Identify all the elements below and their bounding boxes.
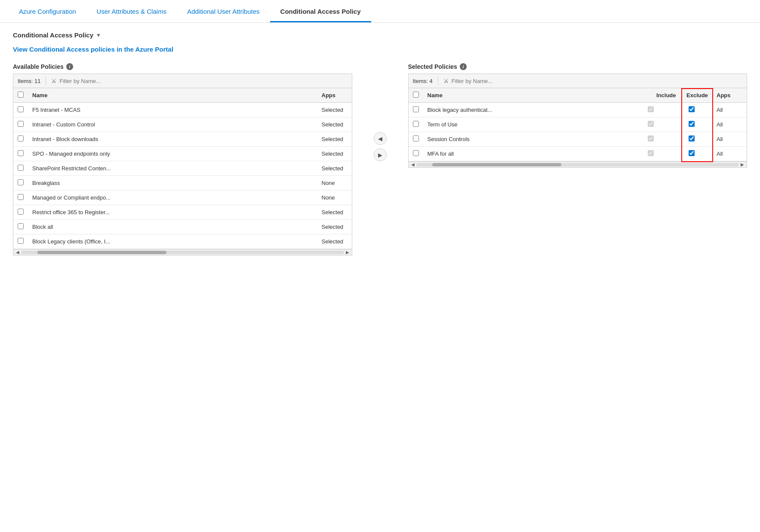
- selected-row-name: MFA for all: [423, 147, 630, 161]
- selected-row-exclude: [671, 117, 712, 132]
- available-policies-tbody: F5 Intranet - MCAS Selected Intranet - C…: [13, 103, 352, 249]
- available-items-count: Items: 11: [18, 78, 40, 84]
- available-row-apps: Selected: [317, 220, 352, 234]
- nav-user-attributes[interactable]: User Attributes & Claims: [86, 0, 177, 22]
- available-row-apps: Selected: [317, 103, 352, 117]
- selected-row-exclude: [671, 132, 712, 147]
- selected-th-select-all: [409, 88, 423, 103]
- selected-row-include-checkbox[interactable]: [648, 150, 654, 156]
- selected-scroll-right-icon[interactable]: ▶: [739, 162, 746, 168]
- selected-row-checkbox[interactable]: [413, 121, 419, 127]
- selected-table-row: Session Controls All: [409, 132, 747, 147]
- selected-row-exclude: [671, 147, 712, 161]
- selected-row-include-checkbox[interactable]: [648, 121, 654, 127]
- selected-items-count: Items: 4: [413, 78, 433, 84]
- selected-row-exclude-checkbox[interactable]: [689, 150, 695, 156]
- available-filter-wrap: ⚔: [51, 77, 347, 84]
- available-select-all-checkbox[interactable]: [18, 92, 24, 98]
- transfer-right-button[interactable]: ▶: [374, 148, 387, 161]
- selected-policies-info-icon[interactable]: i: [460, 63, 467, 70]
- available-row-checkbox-cell: [13, 220, 28, 234]
- selected-table-row: MFA for all All: [409, 147, 747, 161]
- available-scroll-left-icon[interactable]: ◀: [14, 249, 21, 255]
- selected-row-include: [630, 103, 671, 117]
- transfer-left-button[interactable]: ◀: [374, 132, 387, 145]
- available-row-checkbox-cell: [13, 103, 28, 117]
- available-table-row: Intranet - Custom Control Selected: [13, 117, 352, 132]
- available-row-checkbox[interactable]: [18, 223, 24, 229]
- selected-policies-toolbar: Items: 4 ⚔: [409, 74, 747, 88]
- available-row-apps: None: [317, 176, 352, 191]
- nav-additional-user-attributes[interactable]: Additional User Attributes: [177, 0, 270, 22]
- selected-row-include-checkbox[interactable]: [648, 106, 654, 112]
- available-row-checkbox-cell: [13, 147, 28, 161]
- selected-row-apps: All: [712, 132, 747, 147]
- nav-azure-config[interactable]: Azure Configuration: [9, 0, 86, 22]
- available-row-checkbox[interactable]: [18, 150, 24, 156]
- available-row-checkbox[interactable]: [18, 194, 24, 200]
- available-th-apps: Apps: [317, 88, 352, 103]
- selected-row-checkbox[interactable]: [413, 150, 419, 156]
- available-table-row: Block all Selected: [13, 220, 352, 234]
- available-row-name: Block all: [28, 220, 317, 234]
- available-row-name: Managed or Compliant endpo...: [28, 191, 317, 205]
- selected-row-apps: All: [712, 147, 747, 161]
- available-table-row: Managed or Compliant endpo... None: [13, 191, 352, 205]
- available-table-row: Intranet - Block downloads Selected: [13, 132, 352, 147]
- panels-container: Available Policies i Items: 11 ⚔: [13, 63, 747, 255]
- available-table-header-row: Name Apps: [13, 88, 352, 103]
- available-row-name: F5 Intranet - MCAS: [28, 103, 317, 117]
- selected-row-exclude-checkbox[interactable]: [689, 121, 695, 127]
- selected-row-include: [630, 117, 671, 132]
- azure-portal-link[interactable]: View Conditional Access policies in the …: [13, 46, 173, 53]
- selected-table-row: Block legacy authenticat... All: [409, 103, 747, 117]
- selected-row-apps: All: [712, 117, 747, 132]
- top-navigation: Azure Configuration User Attributes & Cl…: [0, 0, 760, 23]
- page-content: Conditional Access Policy ▼ View Conditi…: [0, 23, 760, 264]
- nav-conditional-access-policy[interactable]: Conditional Access Policy: [270, 0, 371, 22]
- selected-policies-panel: Selected Policies i Items: 4 ⚔: [408, 63, 748, 168]
- available-policies-scroll-body[interactable]: F5 Intranet - MCAS Selected Intranet - C…: [13, 103, 352, 249]
- selected-filter-wrap: ⚔: [443, 77, 742, 84]
- available-filter-icon: ⚔: [51, 77, 57, 84]
- available-policies-info-icon[interactable]: i: [66, 63, 73, 70]
- selected-row-exclude-checkbox[interactable]: [689, 135, 695, 141]
- selected-filter-input[interactable]: [452, 78, 742, 84]
- selected-scroll-thumb: [432, 163, 561, 166]
- available-row-checkbox[interactable]: [18, 238, 24, 244]
- selected-row-checkbox[interactable]: [413, 106, 419, 112]
- available-h-scrollbar[interactable]: ◀ ▶: [13, 249, 352, 255]
- selected-row-checkbox-cell: [409, 147, 423, 161]
- available-row-apps: Selected: [317, 147, 352, 161]
- selected-row-checkbox-cell: [409, 117, 423, 132]
- available-row-checkbox[interactable]: [18, 179, 24, 185]
- selected-row-name: Session Controls: [423, 132, 630, 147]
- selected-policies-scroll-body[interactable]: Block legacy authenticat... All Term of …: [409, 103, 747, 161]
- selected-row-exclude-checkbox[interactable]: [689, 106, 695, 112]
- selected-select-all-checkbox[interactable]: [413, 92, 419, 98]
- selected-policies-table-container: Items: 4 ⚔ Name: [408, 74, 748, 168]
- available-row-checkbox[interactable]: [18, 165, 24, 171]
- available-row-checkbox[interactable]: [18, 209, 24, 215]
- section-title-bar: Conditional Access Policy ▼: [13, 31, 747, 39]
- section-title-dropdown-icon[interactable]: ▼: [96, 32, 101, 38]
- available-table-row: Breakglass None: [13, 176, 352, 191]
- selected-scroll-left-icon[interactable]: ◀: [409, 162, 416, 168]
- selected-row-checkbox[interactable]: [413, 135, 419, 141]
- available-row-checkbox[interactable]: [18, 106, 24, 112]
- available-row-checkbox-cell: [13, 191, 28, 205]
- available-row-checkbox-cell: [13, 132, 28, 147]
- selected-h-scrollbar[interactable]: ◀ ▶: [409, 161, 747, 167]
- available-filter-input[interactable]: [59, 78, 347, 84]
- available-row-name: SPO - Managed endpoints only: [28, 147, 317, 161]
- selected-row-include-checkbox[interactable]: [648, 135, 654, 141]
- available-row-checkbox-cell: [13, 205, 28, 220]
- available-policies-label: Available Policies i: [13, 63, 352, 70]
- selected-policies-label: Selected Policies i: [408, 63, 748, 70]
- available-row-checkbox[interactable]: [18, 121, 24, 127]
- available-th-name: Name: [28, 88, 317, 103]
- available-scroll-right-icon[interactable]: ▶: [344, 249, 351, 255]
- available-row-apps: Selected: [317, 132, 352, 147]
- available-policies-data-table: F5 Intranet - MCAS Selected Intranet - C…: [13, 103, 352, 249]
- available-row-checkbox[interactable]: [18, 135, 24, 141]
